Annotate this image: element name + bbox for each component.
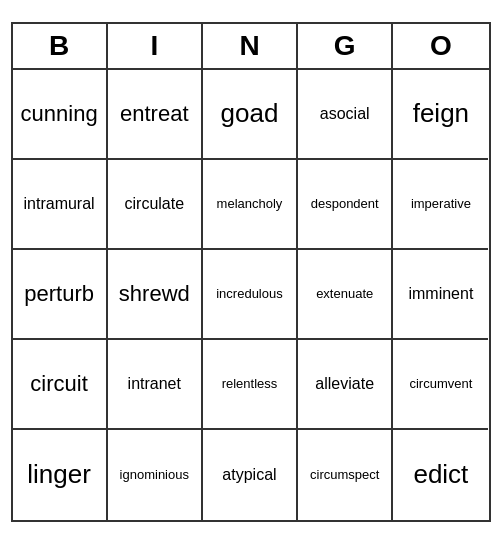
cell-text: entreat	[120, 101, 189, 127]
header-letter: B	[13, 24, 108, 68]
header-letter: N	[203, 24, 298, 68]
cell-text: goad	[221, 98, 279, 129]
bingo-cell: despondent	[298, 160, 393, 250]
cell-text: circumvent	[409, 376, 472, 392]
bingo-cell: entreat	[108, 70, 203, 160]
bingo-cell: shrewd	[108, 250, 203, 340]
header-letter: O	[393, 24, 488, 68]
bingo-cell: edict	[393, 430, 488, 520]
bingo-cell: incredulous	[203, 250, 298, 340]
cell-text: ignominious	[120, 467, 189, 483]
cell-text: intramural	[24, 194, 95, 213]
cell-text: intranet	[128, 374, 181, 393]
bingo-cell: intranet	[108, 340, 203, 430]
cell-text: asocial	[320, 104, 370, 123]
cell-text: perturb	[24, 281, 94, 307]
bingo-cell: alleviate	[298, 340, 393, 430]
header-letter: I	[108, 24, 203, 68]
bingo-cell: circumspect	[298, 430, 393, 520]
cell-text: imminent	[408, 284, 473, 303]
bingo-cell: imperative	[393, 160, 488, 250]
bingo-cell: intramural	[13, 160, 108, 250]
cell-text: incredulous	[216, 286, 283, 302]
bingo-cell: ignominious	[108, 430, 203, 520]
cell-text: shrewd	[119, 281, 190, 307]
bingo-cell: imminent	[393, 250, 488, 340]
bingo-cell: perturb	[13, 250, 108, 340]
cell-text: circumspect	[310, 467, 379, 483]
bingo-cell: circuit	[13, 340, 108, 430]
bingo-cell: linger	[13, 430, 108, 520]
header-letter: G	[298, 24, 393, 68]
cell-text: melancholy	[217, 196, 283, 212]
cell-text: alleviate	[315, 374, 374, 393]
cell-text: extenuate	[316, 286, 373, 302]
bingo-cell: atypical	[203, 430, 298, 520]
bingo-cell: circumvent	[393, 340, 488, 430]
bingo-cell: asocial	[298, 70, 393, 160]
bingo-grid: cunningentreatgoadasocialfeignintramural…	[13, 70, 489, 520]
cell-text: relentless	[222, 376, 278, 392]
cell-text: imperative	[411, 196, 471, 212]
cell-text: linger	[27, 459, 91, 490]
bingo-cell: feign	[393, 70, 488, 160]
cell-text: atypical	[222, 465, 276, 484]
bingo-card: BINGO cunningentreatgoadasocialfeignintr…	[11, 22, 491, 522]
cell-text: cunning	[21, 101, 98, 127]
bingo-header: BINGO	[13, 24, 489, 70]
cell-text: circulate	[125, 194, 185, 213]
bingo-cell: extenuate	[298, 250, 393, 340]
cell-text: edict	[413, 459, 468, 490]
bingo-cell: cunning	[13, 70, 108, 160]
cell-text: feign	[413, 98, 469, 129]
bingo-cell: melancholy	[203, 160, 298, 250]
bingo-cell: relentless	[203, 340, 298, 430]
cell-text: despondent	[311, 196, 379, 212]
cell-text: circuit	[30, 371, 87, 397]
bingo-cell: goad	[203, 70, 298, 160]
bingo-cell: circulate	[108, 160, 203, 250]
